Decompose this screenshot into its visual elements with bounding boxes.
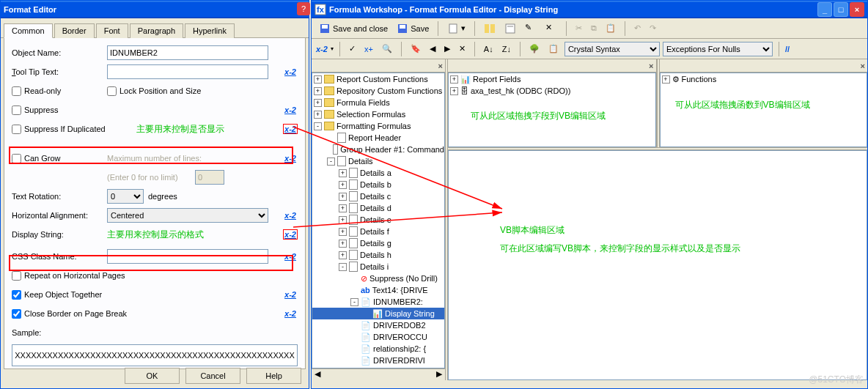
close-border-checkbox[interactable]: Close Border on Page Break bbox=[12, 309, 127, 319]
tab-common[interactable]: Common bbox=[4, 23, 53, 38]
x2-display-string[interactable]: x-2 bbox=[283, 229, 298, 240]
tree-panel-header: × bbox=[312, 59, 445, 73]
maximize-icon[interactable]: □ bbox=[834, 2, 848, 17]
panel-close-icon[interactable]: × bbox=[438, 62, 443, 70]
keep-together-checkbox[interactable]: Keep Object Together bbox=[12, 290, 102, 300]
comment-button[interactable]: // bbox=[785, 45, 790, 53]
find-button[interactable]: 🔍 bbox=[379, 42, 395, 55]
suppress-checkbox[interactable]: Suppress bbox=[12, 105, 58, 115]
x2-suppress[interactable]: x-2 bbox=[283, 105, 298, 114]
fields-panel: × +📊Report Fields +🗄axa_test_hk (ODBC (R… bbox=[448, 59, 657, 147]
rotation-label: Text Rotation: bbox=[12, 192, 107, 201]
workshop-titlebar[interactable]: fx Formula Workshop - Format Formula Edi… bbox=[312, 1, 867, 18]
tab-paragraph[interactable]: Paragraph bbox=[130, 23, 183, 38]
tree-node-details[interactable]: +Details b bbox=[312, 179, 444, 190]
save-button[interactable]: Save bbox=[394, 21, 432, 36]
close-icon[interactable]: × bbox=[850, 2, 864, 17]
functions-tree[interactable]: +⚙Functions 可从此区域拖拽函数到VB编辑区域 bbox=[660, 73, 868, 147]
help-icon[interactable]: ? bbox=[297, 2, 310, 15]
x2-close-border[interactable]: x-2 bbox=[283, 309, 298, 318]
maxlines-input bbox=[195, 170, 224, 185]
bookmark-button[interactable]: 🔖 bbox=[408, 42, 424, 55]
cut-button: ✂ bbox=[573, 22, 585, 34]
tree-node-details[interactable]: +Details h bbox=[312, 249, 444, 261]
format-editor-titlebar[interactable]: Format Editor × bbox=[1, 1, 309, 18]
syntax-select[interactable]: Crystal Syntax bbox=[564, 42, 660, 56]
svg-rect-5 bbox=[400, 25, 405, 29]
cangrow-checkbox[interactable]: Can Grow bbox=[12, 154, 107, 163]
vb-editor-area[interactable]: VB脚本编辑区域 可在此区域编写VB脚本，来控制字段的显示样式以及是否显示 bbox=[448, 150, 867, 380]
x2-toolbar[interactable]: x-2 bbox=[316, 45, 328, 53]
delete-button[interactable]: ✕ bbox=[542, 21, 560, 36]
save-close-button[interactable]: Save and close bbox=[316, 21, 391, 36]
tree-node-details[interactable]: +Details c bbox=[312, 190, 444, 202]
minimize-icon[interactable]: _ bbox=[817, 2, 832, 17]
sort-desc[interactable]: Z↓ bbox=[499, 43, 514, 55]
x2-cssclass[interactable]: x-2 bbox=[283, 252, 298, 261]
rename-button[interactable]: ✎ bbox=[522, 21, 540, 36]
repeat-h-checkbox[interactable]: Repeat on Horizontal Pages bbox=[12, 271, 125, 281]
sample-label: Sample: bbox=[12, 328, 41, 337]
cancel-button[interactable]: Cancel bbox=[185, 368, 240, 384]
functions-note: 可从此区域拖拽函数到VB编辑区域 bbox=[675, 99, 810, 111]
suppress-dup-checkbox[interactable]: Suppress If Duplicated bbox=[12, 125, 106, 134]
tooltip-input[interactable] bbox=[107, 64, 268, 79]
suppress-annotation: 主要用来控制是否显示 bbox=[136, 123, 224, 136]
fields-note: 可从此区域拖拽字段到VB编辑区域 bbox=[471, 110, 606, 122]
redo-button: ↷ bbox=[647, 22, 659, 34]
tree-node-details[interactable]: +Details e bbox=[312, 214, 444, 226]
fields-tree[interactable]: +📊Report Fields +🗄axa_test_hk (ODBC (RDO… bbox=[448, 73, 656, 147]
readonly-checkbox[interactable]: Read-only bbox=[12, 86, 107, 96]
editor-note-1: VB脚本编辑区域 bbox=[500, 224, 564, 237]
dialog-buttons: OK Cancel Help bbox=[125, 368, 301, 384]
prev-bookmark[interactable]: ◀ bbox=[427, 42, 438, 55]
tooltip-label: Tool Tip Text: bbox=[12, 67, 107, 76]
window-title: Format Editor bbox=[4, 5, 56, 14]
maxlines-hint: (Enter 0 for no limit) bbox=[107, 173, 195, 182]
object-name-label: Object Name: bbox=[12, 48, 107, 57]
sort-asc[interactable]: A↓ bbox=[481, 43, 496, 55]
tree-node-details[interactable]: +Details g bbox=[312, 237, 444, 249]
x2-suppress-dup[interactable]: x-2 bbox=[283, 124, 298, 134]
toggle-panel-button[interactable] bbox=[481, 21, 499, 36]
svg-text:fx: fx bbox=[317, 5, 325, 14]
toggle-fields[interactable]: 📋 bbox=[545, 42, 562, 55]
check-button[interactable]: ✓ bbox=[346, 42, 358, 55]
x2-keep[interactable]: x-2 bbox=[283, 290, 298, 299]
lockpos-checkbox[interactable]: Lock Position and Size bbox=[107, 86, 201, 96]
tab-bar: Common Border Font Paragraph Hyperlink bbox=[1, 23, 309, 38]
watermark: @51CTO博客 bbox=[809, 374, 864, 386]
top-panels: × +📊Report Fields +🗄axa_test_hk (ODBC (R… bbox=[448, 59, 867, 147]
new-button[interactable]: ▾ bbox=[444, 21, 468, 36]
tree-node-details[interactable]: +Details a bbox=[312, 167, 444, 179]
nulls-select[interactable]: Exceptions For Nulls bbox=[663, 42, 773, 56]
ok-button[interactable]: OK bbox=[125, 368, 180, 384]
next-bookmark[interactable]: ▶ bbox=[441, 42, 453, 55]
halign-select[interactable]: Centered bbox=[107, 208, 268, 223]
cssclass-input[interactable] bbox=[107, 249, 268, 264]
right-area: × +📊Report Fields +🗄axa_test_hk (ODBC (R… bbox=[448, 59, 867, 380]
x2-halign[interactable]: x-2 bbox=[283, 211, 298, 220]
tree-node-details[interactable]: +Details f bbox=[312, 226, 444, 237]
formula-tree[interactable]: +Report Custom Functions +Repository Cus… bbox=[312, 73, 445, 368]
tab-hyperlink[interactable]: Hyperlink bbox=[185, 23, 235, 38]
toggle-tree[interactable]: 🌳 bbox=[526, 42, 542, 55]
formula-tree-panel: × +Report Custom Functions +Repository C… bbox=[312, 59, 445, 380]
x2-tooltip[interactable]: x-2 bbox=[283, 67, 298, 76]
tree-scrollbar[interactable]: ◀▶ bbox=[312, 368, 445, 380]
tab-content: Object Name: Tool Tip Text: x-2 Read-onl… bbox=[4, 38, 306, 369]
tab-font[interactable]: Font bbox=[96, 23, 128, 38]
workshop-toolbar-1: Save and close Save ▾ ✎ ✕ ✂ ⧉ 📋 ↶ ↷ bbox=[312, 18, 867, 39]
x2-cangrow[interactable]: x-2 bbox=[283, 154, 298, 163]
tab-border[interactable]: Border bbox=[54, 23, 95, 38]
object-name-input[interactable] bbox=[107, 45, 268, 60]
clear-bookmark[interactable]: ✕ bbox=[456, 42, 468, 55]
rotation-select[interactable]: 0 bbox=[107, 189, 144, 204]
help-button[interactable]: Help bbox=[246, 368, 301, 384]
tree-node-details[interactable]: +Details d bbox=[312, 202, 444, 214]
formula-button[interactable]: x+ bbox=[361, 43, 376, 55]
properties-button[interactable] bbox=[501, 21, 519, 36]
functions-close-icon[interactable]: × bbox=[861, 62, 865, 70]
fields-close-icon[interactable]: × bbox=[649, 62, 653, 70]
degrees-label: degrees bbox=[148, 192, 177, 201]
